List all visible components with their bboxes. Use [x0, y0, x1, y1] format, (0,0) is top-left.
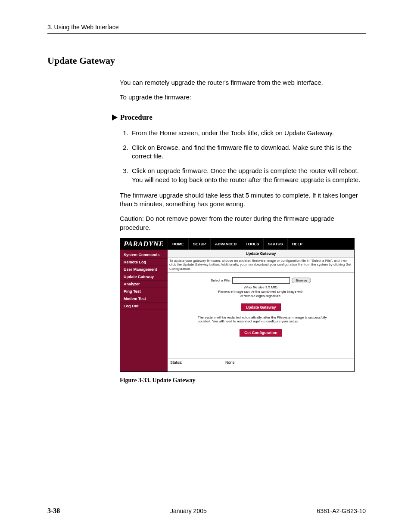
- footer-date: January 2005: [170, 507, 207, 514]
- file-input[interactable]: [232, 277, 290, 284]
- status-row: Status: None: [168, 358, 354, 371]
- sidebar-item-modem-test[interactable]: Modem Test: [120, 295, 168, 303]
- step-2: Click on Browse, and find the firmware f…: [130, 143, 366, 161]
- caution-paragraph: Caution: Do not remove power from the ro…: [120, 214, 366, 232]
- sidebar-item-analyzer[interactable]: Analyzer: [120, 281, 168, 288]
- image-format-hint: Firmware Image can be the combined singl…: [218, 290, 304, 298]
- tab-tools[interactable]: TOOLS: [241, 238, 263, 250]
- restart-note: The system will be restarted automatical…: [172, 314, 350, 324]
- update-gateway-button[interactable]: Update Gateway: [241, 303, 280, 311]
- max-size-hint: (Max file size 3.5 MB): [172, 285, 350, 290]
- intro-paragraph-2: To upgrade the firmware:: [120, 93, 366, 102]
- procedure-header: Procedure: [112, 113, 366, 122]
- panel-description: To update your gateway firmware, choose …: [168, 258, 354, 273]
- sidebar: System Commands Remote Log User Manageme…: [120, 250, 168, 371]
- sidebar-item-log-out[interactable]: Log Out: [120, 303, 168, 310]
- select-file-label: Select a File:: [211, 278, 230, 282]
- tab-help[interactable]: HELP: [287, 238, 307, 250]
- intro-paragraph-1: You can remotely upgrade the router's fi…: [120, 78, 366, 87]
- sidebar-item-ping-test[interactable]: Ping Test: [120, 288, 168, 295]
- brand-logo: PARADYNE: [120, 238, 168, 250]
- running-header: 3. Using the Web Interface: [47, 24, 366, 31]
- procedure-steps: From the Home screen, under the Tools ti…: [120, 129, 366, 184]
- header-rule: [47, 33, 366, 34]
- tab-home[interactable]: HOME: [168, 238, 188, 250]
- top-nav: HOME SETUP ADVANCED TOOLS STATUS HELP: [168, 238, 307, 250]
- tab-status[interactable]: STATUS: [263, 238, 287, 250]
- procedure-label: Procedure: [120, 113, 153, 122]
- sidebar-item-system-commands[interactable]: System Commands: [120, 251, 168, 259]
- tab-setup[interactable]: SETUP: [188, 238, 210, 250]
- status-value: None: [225, 360, 235, 365]
- page-number: 3-38: [47, 507, 60, 515]
- triangle-icon: [112, 114, 118, 121]
- footer-docid: 6381-A2-GB23-10: [317, 507, 366, 514]
- sidebar-item-user-management[interactable]: User Management: [120, 266, 168, 273]
- page-footer: 3-38 January 2005 6381-A2-GB23-10: [47, 507, 366, 515]
- post-paragraph-1: The firmware upgrade should take less th…: [120, 191, 366, 209]
- step-1: From the Home screen, under the Tools ti…: [130, 129, 366, 137]
- panel-title: Update Gateway: [168, 250, 354, 258]
- section-title: Update Gateway: [47, 55, 366, 66]
- router-ui-screenshot: PARADYNE HOME SETUP ADVANCED TOOLS STATU…: [120, 238, 355, 372]
- tab-advanced[interactable]: ADVANCED: [210, 238, 241, 250]
- status-label: Status:: [170, 360, 182, 365]
- sidebar-item-update-gateway[interactable]: Update Gateway: [120, 273, 168, 281]
- step-3: Click on upgrade firmware. Once the upgr…: [130, 167, 366, 184]
- sidebar-item-remote-log[interactable]: Remote Log: [120, 259, 168, 266]
- figure-caption: Figure 3-33. Update Gateway: [120, 377, 355, 384]
- browse-button[interactable]: Browse: [292, 278, 311, 283]
- get-configuration-button[interactable]: Get Configuration: [240, 329, 282, 337]
